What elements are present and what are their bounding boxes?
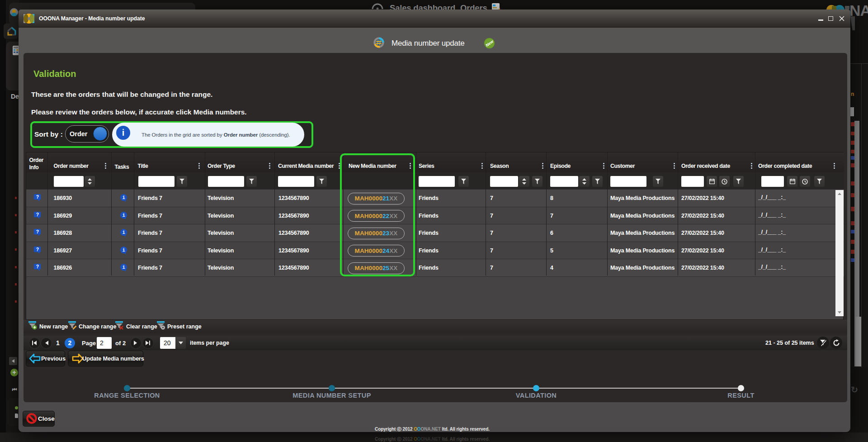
svg-text:i: i (122, 230, 125, 235)
svg-text:?: ? (36, 229, 38, 234)
svg-text:i: i (122, 195, 125, 200)
svg-text:i: i (122, 265, 125, 270)
svg-text:i: i (122, 213, 125, 218)
svg-text:i: i (122, 247, 125, 253)
svg-text:?: ? (36, 264, 38, 269)
svg-text:?: ? (36, 212, 38, 217)
svg-text:?: ? (36, 247, 38, 252)
svg-text:?: ? (36, 195, 38, 200)
